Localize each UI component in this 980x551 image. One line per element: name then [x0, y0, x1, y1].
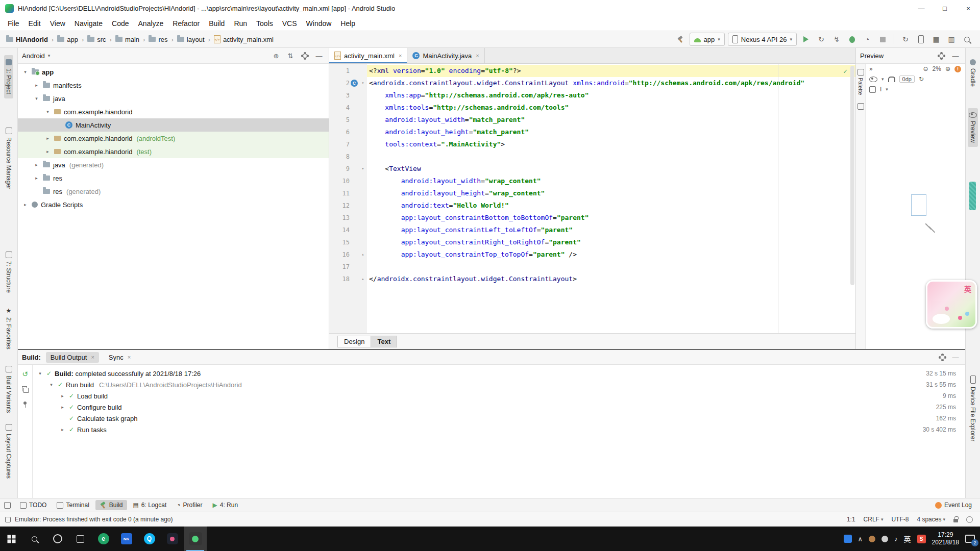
tree-item-mainactivity[interactable]: CMainActivity — [18, 118, 329, 132]
layout-inspector-button[interactable]: ▥ — [945, 33, 958, 45]
menu-window[interactable]: Window — [302, 16, 336, 31]
taskbar-browser[interactable]: e — [92, 527, 115, 551]
tool-button-device-file-explorer[interactable]: Device File Explorer — [968, 371, 977, 445]
device-frame[interactable] — [911, 194, 926, 216]
code-line-9[interactable]: 9▾ <TextView — [329, 163, 855, 175]
sync-project-button[interactable]: ↻ — [899, 33, 912, 45]
close-icon[interactable]: × — [128, 354, 131, 360]
breadcrumb-item-src[interactable]: src — [86, 36, 107, 43]
breadcrumb-item-layout[interactable]: layout — [176, 36, 206, 43]
menu-run[interactable]: Run — [229, 16, 252, 31]
code-line-13[interactable]: 13 app:layout_constraintBottom_toBottomO… — [329, 212, 855, 224]
avd-manager-button[interactable] — [915, 33, 927, 45]
scrollbar-thumb[interactable] — [969, 182, 976, 210]
tab-text[interactable]: Text — [371, 336, 397, 347]
tool-button-build-variants[interactable]: Build Variants — [4, 362, 13, 417]
breadcrumb-item-main[interactable]: main — [114, 36, 140, 43]
code-line-2[interactable]: 2C▾<androidx.constraintlayout.widget.Con… — [329, 77, 855, 89]
taskbar-clock[interactable]: 17:29 2021/8/18 — [932, 531, 959, 546]
taskbar-android-studio[interactable] — [184, 527, 207, 551]
code-line-15[interactable]: 15 app:layout_constraintRight_toRightOf=… — [329, 236, 855, 248]
tree-item-com-example-hiandorid-androidtest[interactable]: ▸com.example.hiandorid (androidTest) — [18, 132, 329, 145]
tool-button-profiler[interactable]: ◔Profiler — [173, 500, 206, 510]
code-line-17[interactable]: 17 — [329, 261, 855, 273]
chevron-down-icon[interactable]: ▾ — [48, 382, 55, 387]
chevron-right-icon[interactable]: ▸ — [59, 393, 66, 398]
tool-button-1-project[interactable]: 1: Project — [4, 55, 13, 98]
chevron-down-icon[interactable]: ▾ — [37, 371, 43, 376]
menu-navigate[interactable]: Navigate — [70, 16, 107, 31]
chevron-right-icon[interactable]: ▸ — [33, 176, 40, 181]
chevron-right-icon[interactable]: ▸ — [33, 162, 40, 167]
breadcrumb-item-hiandorid[interactable]: HiAndorid — [5, 36, 49, 43]
default-margin-field[interactable]: 0dp — [899, 76, 915, 83]
chevron-down-icon[interactable]: ▾ — [22, 69, 29, 74]
taskbar-task-view[interactable] — [69, 527, 92, 551]
taskbar-qq[interactable]: Q — [138, 527, 161, 551]
attributes-icon[interactable] — [869, 86, 876, 93]
build-tree-row[interactable]: ▸✓Load build9 ms — [33, 390, 965, 402]
encoding-select[interactable]: UTF-8 — [891, 516, 909, 523]
gear-icon[interactable] — [937, 352, 948, 363]
code-line-18[interactable]: 18▴</androidx.constraintlayout.widget.Co… — [329, 273, 855, 285]
menu-build[interactable]: Build — [204, 16, 229, 31]
build-tree-row[interactable]: ✓Calculate task graph162 ms — [33, 413, 965, 424]
build-tree-row[interactable]: ▾✓Build: completed successfully at 2021/… — [33, 368, 965, 379]
taskbar-cortana[interactable] — [46, 527, 69, 551]
tray-volume[interactable]: ♪ — [894, 535, 898, 543]
menu-help[interactable]: Help — [336, 16, 360, 31]
chevron-right-icon[interactable]: ▸ — [44, 136, 51, 141]
tool-button-layout-captures[interactable]: Layout Captures — [4, 420, 13, 483]
render-warning-icon[interactable]: ! — [954, 66, 961, 72]
tool-button-4-run[interactable]: ▶4: Run — [208, 500, 242, 510]
editor-tab-activity-main-xml[interactable]: activity_main.xml× — [329, 48, 407, 63]
chevron-down-icon[interactable]: ▾ — [44, 109, 51, 114]
menu-code[interactable]: Code — [107, 16, 133, 31]
code-line-7[interactable]: 7 tools:context=".MainActivity"> — [329, 138, 855, 151]
search-everywhere-button[interactable] — [961, 33, 973, 45]
export-icon[interactable] — [22, 386, 29, 393]
code-line-8[interactable]: 8 — [329, 151, 855, 163]
tree-item-app[interactable]: ▾app — [18, 65, 329, 79]
tree-item-com-example-hiandorid[interactable]: ▾com.example.hiandorid — [18, 105, 329, 118]
tool-button-2-favorites[interactable]: ★2: Favorites — [4, 303, 13, 354]
apply-code-changes-button[interactable]: ↯ — [830, 33, 843, 45]
menu-tools[interactable]: Tools — [252, 16, 278, 31]
build-tree-row[interactable]: ▸✓Run tasks30 s 402 ms — [33, 424, 965, 435]
tool-button-event-log[interactable]: Event Log — [931, 500, 976, 510]
tool-button-todo[interactable]: TODO — [16, 500, 51, 510]
project-view-selector[interactable]: Android — [22, 52, 45, 60]
tab-palette[interactable]: Palette — [857, 66, 864, 98]
tree-item-java[interactable]: ▾java — [18, 92, 329, 105]
build-tree-row[interactable]: ▾✓Run buildC:\Users\DELL\AndroidStudioPr… — [33, 379, 965, 390]
tool-button-6-logcat[interactable]: ▤6: Logcat — [129, 500, 171, 510]
menu-refactor[interactable]: Refactor — [168, 16, 204, 31]
tree-item-com-example-hiandorid-test[interactable]: ▸com.example.hiandorid (test) — [18, 145, 329, 158]
breadcrumb-item-res[interactable]: res — [148, 36, 168, 43]
close-button[interactable]: × — [957, 0, 980, 16]
close-icon[interactable]: × — [91, 354, 94, 360]
tree-item-res[interactable]: ▸res — [18, 171, 329, 185]
code-line-16[interactable]: 16▴ app:layout_constraintTop_toTopOf="pa… — [329, 248, 855, 261]
code-line-1[interactable]: 1<?xml version="1.0" encoding="utf-8"?> — [329, 65, 855, 77]
chevron-right-icon[interactable]: ▸ — [33, 83, 40, 88]
code-line-4[interactable]: 4 xmlns:tools="http://schemas.android.co… — [329, 102, 855, 114]
scrollbar-thumb[interactable] — [850, 66, 854, 285]
action-center-button[interactable]: 2 — [965, 535, 975, 543]
chevron-down-icon[interactable]: ▾ — [33, 96, 40, 101]
editor-tab-mainactivity-java[interactable]: CMainActivity.java× — [407, 48, 484, 63]
tool-button-resource-manager[interactable]: Resource Manager — [4, 123, 13, 193]
code-editor[interactable]: 1<?xml version="1.0" encoding="utf-8"?>2… — [329, 64, 855, 333]
collapse-all-icon[interactable]: ⇅ — [285, 50, 296, 61]
breadcrumb-item-activity-main-xml[interactable]: activity_main.xml — [213, 35, 275, 43]
tool-window-switcher-icon[interactable] — [4, 502, 11, 509]
fold-marker-icon[interactable]: ▾ — [359, 77, 367, 89]
tray-tray-misc-1[interactable] — [869, 536, 875, 542]
more-actions-icon[interactable]: » — [869, 65, 873, 72]
menu-vcs[interactable]: VCS — [278, 16, 302, 31]
code-line-14[interactable]: 14 app:layout_constraintLeft_toLeftOf="p… — [329, 224, 855, 236]
code-line-12[interactable]: 12 android:text="Hello World!" — [329, 199, 855, 212]
tray-ime-indicator[interactable]: 英 — [904, 534, 911, 544]
pin-icon[interactable] — [22, 401, 28, 408]
fold-marker-icon[interactable]: ▴ — [359, 248, 367, 261]
